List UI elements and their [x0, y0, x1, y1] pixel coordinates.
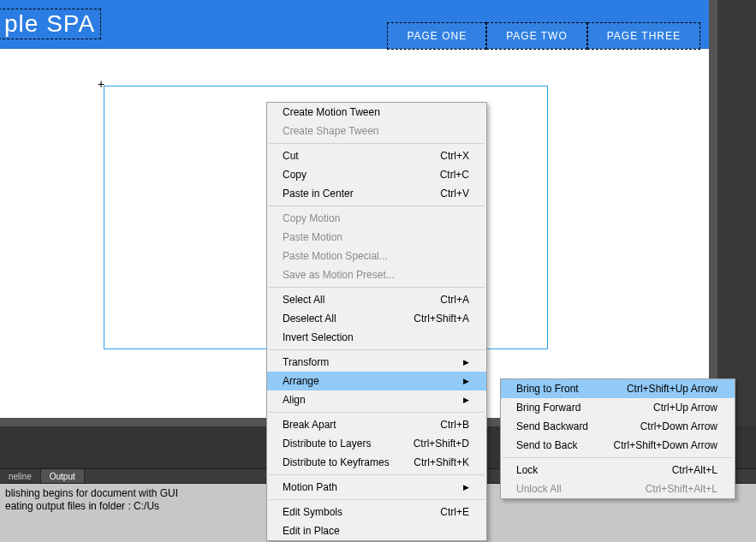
menu-separator	[269, 412, 485, 413]
menu-item-bring-forward[interactable]: Bring ForwardCtrl+Up Arrow	[501, 398, 735, 417]
menu-item-label: Bring Forward	[516, 402, 653, 414]
submenu-arrow-icon: ▶	[463, 483, 469, 491]
menu-item-cut[interactable]: CutCtrl+X	[267, 146, 486, 165]
nav-item-page-one[interactable]: PAGE ONE	[387, 22, 486, 50]
nav-item-page-two[interactable]: PAGE TWO	[486, 22, 587, 50]
menu-item-deselect-all[interactable]: Deselect AllCtrl+Shift+A	[267, 309, 486, 328]
menu-item-send-backward[interactable]: Send BackwardCtrl+Down Arrow	[501, 417, 735, 436]
menu-item-label: Select All	[283, 294, 440, 306]
menu-item-shortcut: Ctrl+B	[440, 419, 469, 431]
menu-separator	[269, 287, 485, 288]
menu-item-label: Unlock All	[516, 483, 646, 495]
menu-item-invert-selection[interactable]: Invert Selection	[267, 328, 486, 347]
menu-item-label: Transform	[283, 356, 463, 368]
output-line: blishing begins for document with GUI	[5, 487, 178, 499]
menu-item-edit-in-place[interactable]: Edit in Place	[267, 521, 486, 540]
menu-item-shortcut: Ctrl+Shift+Down Arrow	[614, 439, 717, 451]
menu-item-unlock-all: Unlock AllCtrl+Shift+Alt+L	[501, 479, 735, 498]
menu-item-label: Deselect All	[283, 313, 414, 325]
output-line: eating output files in folder : C:/Us	[5, 500, 159, 512]
tab-output[interactable]: Output	[41, 469, 85, 483]
menu-item-label: Align	[283, 394, 463, 406]
menu-item-shortcut: Ctrl+Shift+D	[414, 438, 469, 450]
submenu-arrow-icon: ▶	[463, 396, 469, 404]
menu-item-shortcut: Ctrl+Down Arrow	[640, 420, 717, 432]
menu-item-label: Paste Motion Special...	[283, 250, 469, 262]
menu-item-label: Distribute to Layers	[283, 438, 414, 450]
menu-item-paste-motion: Paste Motion	[267, 228, 486, 247]
menu-item-shortcut: Ctrl+Up Arrow	[653, 402, 717, 414]
menu-item-label: Cut	[283, 150, 440, 162]
menu-item-copy[interactable]: CopyCtrl+C	[267, 165, 486, 184]
nav-bar: PAGE ONE PAGE TWO PAGE THREE	[387, 22, 700, 50]
menu-item-label: Arrange	[283, 375, 463, 387]
menu-item-label: Paste Motion	[283, 231, 469, 243]
menu-item-send-to-back[interactable]: Send to BackCtrl+Shift+Down Arrow	[501, 436, 735, 455]
menu-item-label: Invert Selection	[283, 331, 469, 343]
menu-item-label: Distribute to Keyframes	[283, 456, 414, 468]
menu-item-label: Edit Symbols	[283, 506, 440, 518]
menu-item-label: Lock	[516, 464, 672, 476]
menu-item-label: Send Backward	[516, 420, 640, 432]
menu-item-copy-motion: Copy Motion	[267, 209, 486, 228]
menu-item-shortcut: Ctrl+C	[440, 169, 469, 181]
menu-item-label: Create Shape Tween	[283, 125, 469, 137]
menu-item-shortcut: Ctrl+V	[440, 188, 469, 200]
menu-item-shortcut: Ctrl+Shift+Up Arrow	[627, 383, 717, 395]
menu-item-label: Create Motion Tween	[283, 106, 469, 118]
stage-margin	[709, 0, 717, 418]
nav-item-page-three[interactable]: PAGE THREE	[587, 22, 700, 50]
menu-item-label: Motion Path	[283, 481, 463, 493]
menu-item-label: Copy Motion	[283, 212, 469, 224]
menu-item-create-motion-tween[interactable]: Create Motion Tween	[267, 103, 486, 122]
menu-separator	[503, 457, 733, 458]
menu-item-bring-to-front[interactable]: Bring to FrontCtrl+Shift+Up Arrow	[501, 379, 735, 398]
menu-item-shortcut: Ctrl+X	[440, 150, 469, 162]
title-selection-box[interactable]: ple SPA	[0, 9, 101, 39]
menu-item-break-apart[interactable]: Break ApartCtrl+B	[267, 415, 486, 434]
menu-item-edit-symbols[interactable]: Edit SymbolsCtrl+E	[267, 503, 486, 521]
menu-item-label: Paste in Center	[283, 188, 440, 200]
menu-item-save-as-motion-preset: Save as Motion Preset...	[267, 265, 486, 284]
submenu-arrow-icon: ▶	[463, 377, 469, 385]
menu-item-create-shape-tween: Create Shape Tween	[267, 122, 486, 140]
menu-item-label: Bring to Front	[516, 383, 627, 395]
menu-item-lock[interactable]: LockCtrl+Alt+L	[501, 461, 735, 479]
page-header: ple SPA PAGE ONE PAGE TWO PAGE THREE	[0, 0, 709, 49]
menu-item-shortcut: Ctrl+A	[440, 294, 469, 306]
menu-item-shortcut: Ctrl+Shift+K	[414, 456, 469, 468]
menu-item-align[interactable]: Align▶	[267, 390, 486, 409]
menu-item-distribute-to-layers[interactable]: Distribute to LayersCtrl+Shift+D	[267, 434, 486, 453]
menu-separator	[269, 205, 485, 206]
menu-item-label: Send to Back	[516, 439, 614, 451]
menu-item-paste-motion-special: Paste Motion Special...	[267, 247, 486, 265]
menu-separator	[269, 349, 485, 350]
tab-timeline[interactable]: neline	[0, 469, 41, 483]
menu-item-shortcut: Ctrl+Shift+A	[414, 313, 469, 325]
menu-item-shortcut: Ctrl+Alt+L	[672, 464, 717, 476]
menu-item-label: Copy	[283, 169, 440, 181]
menu-item-transform[interactable]: Transform▶	[267, 353, 486, 372]
menu-item-paste-in-center[interactable]: Paste in CenterCtrl+V	[267, 184, 486, 203]
menu-item-shortcut: Ctrl+E	[440, 506, 469, 518]
arrange-submenu[interactable]: Bring to FrontCtrl+Shift+Up ArrowBring F…	[500, 378, 735, 499]
menu-separator	[269, 499, 485, 500]
menu-item-label: Edit in Place	[283, 525, 469, 537]
menu-item-distribute-to-keyframes[interactable]: Distribute to KeyframesCtrl+Shift+K	[267, 453, 486, 472]
menu-item-motion-path[interactable]: Motion Path▶	[267, 478, 486, 497]
menu-item-arrange[interactable]: Arrange▶	[267, 372, 486, 390]
menu-item-shortcut: Ctrl+Shift+Alt+L	[646, 483, 717, 495]
submenu-arrow-icon: ▶	[463, 358, 469, 366]
page-title: ple SPA	[4, 10, 95, 37]
menu-item-label: Break Apart	[283, 419, 440, 431]
menu-item-select-all[interactable]: Select AllCtrl+A	[267, 290, 486, 309]
menu-item-label: Save as Motion Preset...	[283, 269, 469, 281]
context-menu[interactable]: Create Motion TweenCreate Shape TweenCut…	[266, 102, 487, 541]
menu-separator	[269, 143, 485, 144]
menu-separator	[269, 474, 485, 475]
